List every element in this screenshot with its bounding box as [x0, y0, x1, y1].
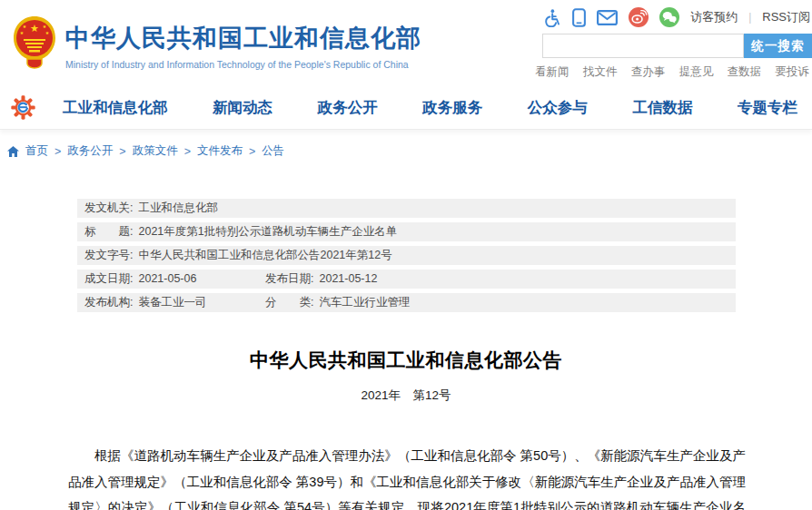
quick-link-files[interactable]: 找文件	[583, 64, 618, 80]
meta-col2: 发布日期:2021-05-12	[265, 270, 377, 289]
rss-link[interactable]: RSS订阅	[762, 9, 810, 25]
breadcrumb-separator: >	[54, 145, 61, 158]
site-title: 中华人民共和国工业和信息化部	[65, 22, 421, 54]
meta-value: 2021-05-12	[319, 272, 377, 285]
gear-e-logo-icon	[11, 95, 35, 120]
nav-item-miit-data[interactable]: 工信数据	[632, 98, 692, 118]
meta-label: 发文字号:	[84, 249, 133, 261]
site-title-block: 中华人民共和国工业和信息化部 Ministry of Industry and …	[65, 22, 421, 70]
home-icon	[7, 146, 19, 157]
svg-text:★: ★	[43, 24, 47, 29]
article-doc-number: 2021年 第12号	[0, 387, 812, 404]
meta-row-issuing-authority: 发文机关:工业和信息化部	[77, 199, 736, 218]
meta-row-title: 标 题:2021年度第1批特别公示道路机动车辆生产企业名单	[77, 222, 736, 241]
meta-value: 中华人民共和国工业和信息化部公告2021年第12号	[138, 249, 391, 261]
mail-icon[interactable]	[597, 10, 618, 25]
mobile-icon[interactable]	[572, 8, 586, 27]
quick-link-services[interactable]: 查办事	[631, 64, 666, 80]
meta-value: 装备工业一司	[138, 296, 206, 309]
wechat-icon[interactable]	[659, 7, 679, 27]
svg-text:★: ★	[30, 23, 39, 34]
breadcrumb-file-release[interactable]: 文件发布	[197, 143, 243, 159]
main-nav: 工业和信息化部 新闻动态 政务公开 政务服务 公众参与 工信数据 专题专栏	[0, 86, 812, 130]
breadcrumb-home[interactable]: 首页	[25, 143, 48, 159]
quick-link-news[interactable]: 看新闻	[535, 64, 569, 80]
svg-text:★: ★	[45, 30, 50, 35]
meta-label: 标 题:	[84, 225, 133, 238]
breadcrumb-separator: >	[249, 145, 255, 158]
article-title: 中华人民共和国工业和信息化部公告	[0, 348, 812, 373]
quick-link-suggestions[interactable]: 提意见	[679, 64, 714, 80]
meta-value: 2021年度第1批特别公示道路机动车辆生产企业名单	[138, 225, 397, 238]
meta-label: 发布日期:	[265, 272, 313, 285]
topbar-divider: |	[748, 11, 751, 24]
national-emblem-logo: ★ ★ ★ ★ ★	[12, 15, 57, 69]
search-input[interactable]	[542, 34, 744, 58]
meta-label: 分 类:	[265, 296, 313, 309]
breadcrumb-policy-files[interactable]: 政策文件	[133, 143, 178, 159]
meta-value: 汽车工业行业管理	[319, 296, 410, 309]
visitor-reservation-link[interactable]: 访客预约	[690, 9, 738, 25]
nav-item-public-participation[interactable]: 公众参与	[528, 98, 588, 118]
topbar: 访客预约 | RSS订阅	[542, 7, 810, 27]
svg-text:★: ★	[23, 24, 27, 29]
document-meta-table: 发文机关:工业和信息化部 标 题:2021年度第1批特别公示道路机动车辆生产企业…	[77, 199, 736, 317]
breadcrumb-separator: >	[119, 145, 125, 158]
breadcrumb-separator: >	[184, 145, 191, 158]
search-bar: 统一搜索	[542, 34, 812, 58]
unified-search-button[interactable]: 统一搜索	[744, 34, 812, 58]
meta-col2: 分 类:汽车工业行业管理	[265, 293, 410, 312]
nav-item-special-topics[interactable]: 专题专栏	[738, 98, 797, 118]
breadcrumb: 首页 > 政务公开 > 政策文件 > 文件发布 > 公告	[7, 143, 284, 159]
accessibility-icon[interactable]	[542, 8, 561, 27]
meta-value: 2021-05-06	[138, 272, 196, 285]
nav-items: 工业和信息化部 新闻动态 政务公开 政务服务 公众参与 工信数据 专题专栏	[63, 98, 797, 118]
quick-link-complaints[interactable]: 要投诉	[775, 64, 809, 80]
nav-item-news[interactable]: 新闻动态	[213, 98, 272, 118]
svg-text:★: ★	[20, 30, 25, 35]
article-paragraph: 根据《道路机动车辆生产企业及产品准入管理办法》（工业和信息化部令 第50号）、《…	[68, 443, 746, 510]
breadcrumb-gov-disclosure[interactable]: 政务公开	[67, 143, 113, 159]
quick-links: 看新闻 找文件 查办事 提意见 查数据 要投诉	[535, 64, 809, 80]
breadcrumb-announcement[interactable]: 公告	[262, 143, 284, 159]
page: ★ ★ ★ ★ ★ 中华人民共和国工业和信息化部 Ministry of Ind…	[0, 0, 812, 510]
quick-link-data[interactable]: 查数据	[728, 64, 762, 80]
nav-item-gov-services[interactable]: 政务服务	[422, 98, 482, 118]
meta-row-publisher: 发布机构:装备工业一司 分 类:汽车工业行业管理	[77, 293, 736, 312]
meta-label: 发布机构:	[84, 296, 133, 309]
meta-row-dates: 成文日期:2021-05-06 发布日期:2021-05-12	[77, 270, 736, 289]
meta-row-doc-number: 发文字号:中华人民共和国工业和信息化部公告2021年第12号	[77, 246, 736, 265]
meta-label: 发文机关:	[84, 201, 133, 214]
nav-item-gov-disclosure[interactable]: 政务公开	[318, 98, 378, 118]
site-subtitle: Ministry of Industry and Information Tec…	[65, 59, 421, 70]
nav-item-ministry[interactable]: 工业和信息化部	[63, 98, 168, 118]
meta-label: 成文日期:	[84, 272, 133, 285]
weibo-icon[interactable]	[629, 7, 649, 27]
meta-value: 工业和信息化部	[138, 201, 218, 214]
